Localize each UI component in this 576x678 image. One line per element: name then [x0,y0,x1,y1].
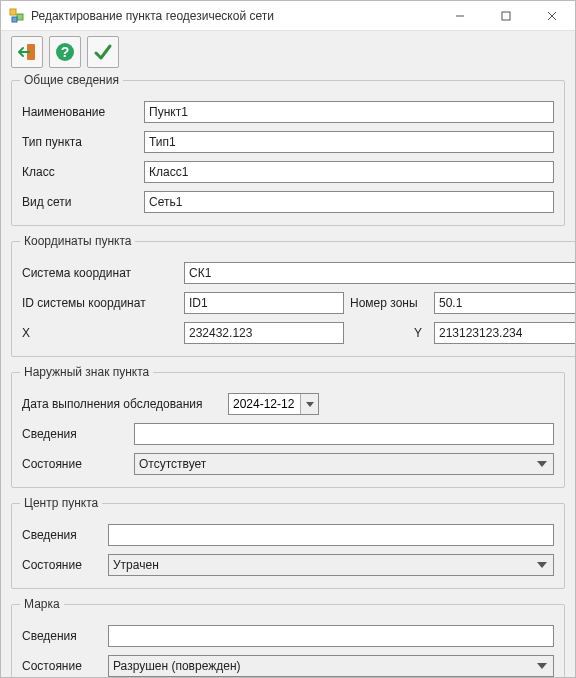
group-center-legend: Центр пункта [20,496,102,510]
maximize-button[interactable] [483,1,529,31]
crs-label: Система координат [22,266,178,280]
group-outer-sign: Наружный знак пункта Дата выполнения обс… [11,365,565,488]
svg-rect-4 [502,12,510,20]
type-label: Тип пункта [22,135,138,149]
zone-label: Номер зоны [350,296,428,310]
svg-rect-0 [10,9,16,15]
mark-state-select[interactable]: Разрушен (поврежден) [108,655,554,677]
group-coords: Координаты пункта Система координат ID с… [11,234,575,357]
chevron-down-icon[interactable] [300,394,318,414]
network-label: Вид сети [22,195,138,209]
x-label: X [22,326,178,340]
network-input[interactable] [144,191,554,213]
zone-input[interactable] [434,292,575,314]
mark-info-input[interactable] [108,625,554,647]
window-title: Редактирование пункта геодезической сети [31,9,437,23]
group-mark-legend: Марка [20,597,64,611]
crs-id-input[interactable] [184,292,344,314]
close-button[interactable] [529,1,575,31]
name-input[interactable] [144,101,554,123]
exit-button[interactable] [11,36,43,68]
class-input[interactable] [144,161,554,183]
apply-button[interactable] [87,36,119,68]
form-content: Общие сведения Наименование Тип пункта К… [1,73,575,677]
outer-info-label: Сведения [22,427,128,441]
svg-rect-1 [17,14,23,20]
y-label: Y [350,326,428,340]
x-input[interactable] [184,322,344,344]
center-info-label: Сведения [22,528,102,542]
crs-input[interactable] [184,262,575,284]
outer-state-label: Состояние [22,457,128,471]
toolbar: ? [1,31,575,73]
group-outer-sign-legend: Наружный знак пункта [20,365,153,379]
dialog-window: Редактирование пункта геодезической сети [0,0,576,678]
survey-date-input[interactable]: 2024-12-12 [228,393,319,415]
class-label: Класс [22,165,138,179]
group-general-legend: Общие сведения [20,73,123,87]
svg-rect-2 [12,17,17,22]
minimize-button[interactable] [437,1,483,31]
y-input[interactable] [434,322,575,344]
group-general: Общие сведения Наименование Тип пункта К… [11,73,565,226]
center-info-input[interactable] [108,524,554,546]
titlebar: Редактирование пункта геодезической сети [1,1,575,31]
name-label: Наименование [22,105,138,119]
center-state-select[interactable]: Утрачен [108,554,554,576]
mark-info-label: Сведения [22,629,102,643]
group-center: Центр пункта Сведения Состояние Утрачен [11,496,565,589]
outer-state-select[interactable]: Отсутствует [134,453,554,475]
center-state-label: Состояние [22,558,102,572]
crs-id-label: ID системы координат [22,296,178,310]
mark-state-label: Состояние [22,659,102,673]
survey-date-label: Дата выполнения обследования [22,397,222,411]
outer-info-input[interactable] [134,423,554,445]
type-input[interactable] [144,131,554,153]
svg-text:?: ? [61,44,70,60]
survey-date-value: 2024-12-12 [233,397,300,411]
help-button[interactable]: ? [49,36,81,68]
app-icon [9,8,25,24]
group-mark: Марка Сведения Состояние Разрушен (повре… [11,597,565,677]
group-coords-legend: Координаты пункта [20,234,135,248]
